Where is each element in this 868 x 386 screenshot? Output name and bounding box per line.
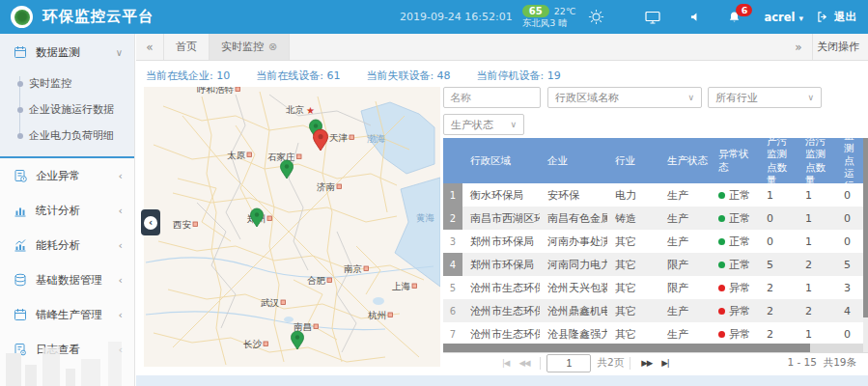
speaker-icon[interactable] — [683, 0, 708, 34]
map-city-label: 呼和浩特 — [197, 87, 235, 95]
page-number-input[interactable] — [546, 354, 591, 372]
status-label: 正常 — [729, 189, 750, 202]
city-marker-square — [412, 284, 417, 289]
user-menu[interactable]: acrel ▾ — [764, 11, 803, 24]
sun-icon — [587, 8, 605, 26]
bullet-dot-icon — [17, 133, 23, 139]
map-marker-pin-green[interactable] — [281, 160, 294, 179]
sidebar-subitem-2[interactable]: 企业电力负荷明细 — [0, 123, 134, 149]
tab-home[interactable]: 首页 — [163, 34, 210, 60]
sidebar-item-0[interactable]: 企业异常‹ — [0, 158, 134, 193]
cell: 河南办事处演示 — [540, 234, 607, 249]
table-row-1[interactable]: 1衡水环保局安环保电力生产正常110 — [443, 183, 863, 207]
production-status-filter-select[interactable]: 生产状态∨ — [443, 114, 524, 135]
sidebar-subitem-1[interactable]: 企业设施运行数据 — [0, 96, 134, 123]
chevron-left-icon: ‹ — [119, 274, 123, 287]
sidebar-item-5[interactable]: 日志查看‹ — [0, 332, 134, 367]
record-range-label: 1 - 15 共19条 — [787, 356, 868, 370]
cell: 郑州市环保局 — [462, 234, 540, 249]
tab-realtime-monitor[interactable]: 实时监控 ⊗ — [209, 34, 290, 60]
chevron-down-icon: ∨ — [687, 93, 694, 102]
name-filter-input[interactable] — [443, 87, 541, 108]
top-bar: 环保监控云平台 2019-09-24 16:52:01 65 22℃ 东北风3 … — [0, 0, 868, 34]
sidebar-item-2[interactable]: 能耗分析‹ — [0, 228, 134, 262]
row-number: 4 — [443, 253, 462, 276]
line-chart-icon — [14, 238, 28, 252]
prev-page-button[interactable]: ◀◀ — [514, 358, 534, 368]
next-page-button[interactable]: ▶▶ — [636, 358, 657, 368]
pagination-bar: |◀ ◀◀ 共2页 ▶▶ ▶| 1 - 15 共19条 — [443, 352, 868, 372]
monitor-icon[interactable] — [640, 0, 665, 34]
chevron-down-icon: ∨ — [807, 93, 814, 102]
cell: 4 — [836, 305, 863, 317]
map-city-label: 南昌 — [294, 321, 312, 332]
row-number: 3 — [443, 230, 462, 253]
abnormal-status-cell: 正常 — [711, 211, 759, 226]
status-dot-icon — [718, 262, 725, 268]
city-marker-square — [264, 342, 268, 346]
cell: 1 — [798, 212, 836, 225]
city-marker-square — [247, 152, 252, 157]
city-marker-square — [297, 154, 302, 159]
sidebar-item-3[interactable]: 基础数据管理‹ — [0, 262, 134, 297]
sidebar-nav: 数据监测∨实时监控企业设施运行数据企业电力负荷明细 企业异常‹统计分析‹能耗分析… — [0, 34, 135, 386]
chevron-left-icon: ‹ — [119, 239, 123, 252]
sidebar-subitem-label: 企业设施运行数据 — [29, 102, 114, 117]
map-city-label: 长沙 — [243, 339, 263, 349]
column-header-7: 治污监测点数量 — [798, 138, 836, 183]
row-number: 2 — [443, 207, 462, 230]
map-marker-pin-green[interactable] — [292, 331, 304, 349]
sidebar-subitem-label: 实时监控 — [29, 76, 71, 91]
lake — [284, 317, 294, 322]
notification-bell-icon[interactable]: 6 — [721, 0, 746, 34]
status-label: 正常 — [729, 212, 750, 225]
cell: 其它 — [607, 327, 659, 342]
tab-close-icon[interactable]: ⊗ — [268, 41, 277, 53]
cell: 限产 — [659, 258, 711, 272]
cell: 2 — [798, 259, 836, 271]
map-marker-pin-green[interactable] — [251, 208, 264, 227]
region-filter-select[interactable]: 行政区域名称∨ — [547, 87, 702, 108]
table-row-7[interactable]: 7沧州市生态环保局沧县隆鑫强力加工其它生产异常210 — [443, 322, 863, 344]
table-row-5[interactable]: 5沧州市生态环保局沧州天兴包装制品其它限产异常213 — [443, 276, 863, 299]
industry-filter-select[interactable]: 所有行业∨ — [708, 87, 822, 108]
table-row-6[interactable]: 6沧州市生态环保局沧州鼎鑫机电设备其它生产异常224 — [443, 299, 863, 322]
map-panel-collapse-button[interactable]: ‹ — [141, 209, 160, 235]
table-row-3[interactable]: 3郑州市环保局河南办事处演示其它生产正常010 — [443, 230, 863, 253]
tabs-scroll-right-icon[interactable]: » — [785, 34, 812, 60]
tabs-scroll-left-icon[interactable]: « — [136, 34, 163, 60]
chevron-left-icon: ‹ — [119, 170, 123, 182]
cell: 1 — [759, 189, 798, 202]
sidebar-item-4[interactable]: 错峰生产管理‹ — [0, 297, 134, 332]
sidebar-item-label: 日志查看 — [36, 343, 80, 357]
stats-bar: 当前在线企业: 10当前在线设备: 61当前失联设备: 48当前停机设备: 19 — [146, 69, 561, 83]
chevron-down-icon: ∨ — [510, 120, 517, 129]
status-label: 异常 — [729, 305, 750, 317]
cell: 1 — [798, 235, 836, 248]
city-marker-square — [327, 278, 332, 283]
table-row-4[interactable]: 4郑州市环保局河南同力电力设计其它限产正常525 — [443, 253, 863, 276]
logout-button[interactable]: 退出 — [817, 10, 856, 24]
sidebar-item-data-monitor[interactable]: 数据监测∨ — [0, 34, 134, 70]
row-number: 7 — [443, 322, 462, 344]
cell: 沧州天兴包装制品 — [540, 281, 607, 295]
vertical-scrollbar-thumb[interactable] — [863, 138, 868, 317]
column-header-0 — [443, 138, 462, 183]
cell: 0 — [836, 235, 863, 248]
status-dot-icon — [718, 331, 725, 338]
horizontal-scrollbar-thumb[interactable] — [443, 344, 810, 352]
map-sea-label: 黄海 — [416, 212, 435, 223]
table-row-2[interactable]: 2南昌市西湖区环保局南昌有色金属有限铸造生产正常010 — [443, 207, 863, 230]
calendar-icon — [14, 45, 28, 59]
close-operations-menu[interactable]: 关闭操作 — [812, 34, 868, 60]
city-marker-square — [236, 87, 240, 92]
sidebar-item-label: 基础数据管理 — [36, 273, 102, 288]
app-title: 环保监控云平台 — [42, 7, 154, 27]
row-number: 5 — [443, 276, 462, 299]
china-map[interactable]: 呼和浩特北京★天津渤海太原石家庄济南黄海西安郑州南京合肥上海武汉杭州南昌长沙 — [144, 87, 440, 367]
sidebar-item-1[interactable]: 统计分析‹ — [0, 193, 134, 228]
last-page-button[interactable]: ▶| — [657, 358, 673, 368]
first-page-button[interactable]: |◀ — [497, 358, 514, 368]
sidebar-subitem-0[interactable]: 实时监控 — [0, 70, 134, 96]
abnormal-status-cell: 正常 — [711, 258, 759, 272]
